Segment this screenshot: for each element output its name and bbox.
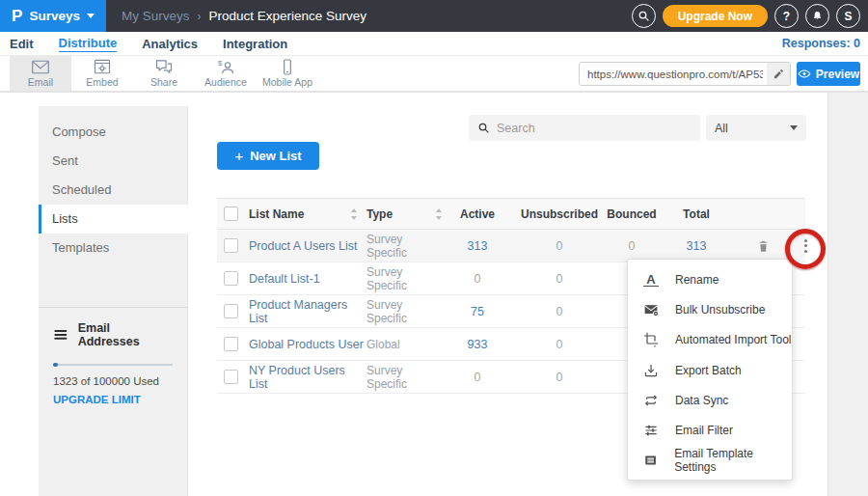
list-type: Global [366, 328, 439, 360]
row-checkbox[interactable] [224, 337, 238, 351]
upgrade-now-button[interactable]: Upgrade Now [663, 5, 768, 27]
help-button[interactable]: ? [774, 4, 799, 28]
row-checkbox[interactable] [224, 304, 238, 318]
bulk-unsubscribe-icon [643, 302, 659, 317]
plus-icon: + [234, 148, 243, 164]
preview-label: Preview [816, 68, 859, 81]
search-button[interactable] [632, 4, 656, 28]
active-count[interactable]: 75 [439, 295, 516, 327]
tab-share-label: Share [150, 76, 177, 88]
unsubscribed-count: 0 [506, 262, 612, 294]
menu-item-rename[interactable]: A Rename [628, 264, 792, 294]
tab-mobile-app[interactable]: Mobile App [257, 56, 318, 91]
delete-list-button[interactable] [749, 230, 776, 262]
row-checkbox[interactable] [224, 370, 238, 384]
email-addresses-title: Email Addresses [78, 321, 173, 348]
upgrade-limit-link[interactable]: UPGRADE LIMIT [53, 394, 173, 405]
surveys-product-menu[interactable]: P Surveys [0, 0, 106, 32]
breadcrumb-current-survey: Product Experience Survey [209, 9, 367, 23]
menu-item-email-filter[interactable]: Email Filter [628, 415, 792, 445]
usage-progress-bar [53, 364, 173, 366]
rename-icon: A [643, 273, 659, 287]
preview-button[interactable]: Preview [797, 62, 860, 86]
search-input[interactable] [497, 122, 680, 135]
table-row[interactable]: Product A Users List Survey Specific 313… [217, 230, 805, 262]
eye-icon [798, 69, 811, 79]
tab-share[interactable]: Share [133, 56, 195, 91]
column-header-type[interactable]: Type [366, 199, 439, 229]
topbar-actions: Upgrade Now ? S [632, 0, 860, 32]
tab-audience[interactable]: $ Audience [195, 56, 257, 91]
row-actions-context-menu: A Rename Bulk Unsubscribe Automated Impo… [627, 259, 793, 481]
nav-item-distribute[interactable]: Distribute [59, 36, 118, 52]
new-list-button[interactable]: + New List [217, 142, 319, 170]
active-count[interactable]: 0 [439, 262, 516, 294]
list-name-link[interactable]: Product Managers List [249, 295, 365, 327]
column-header-unsubscribed[interactable]: Unsubscribed [506, 199, 612, 229]
tab-mobile-app-label: Mobile App [262, 76, 312, 88]
list-name-link[interactable]: Product A Users List [249, 230, 365, 262]
breadcrumb-my-surveys[interactable]: My Surveys [122, 9, 190, 23]
row-checkbox[interactable] [224, 238, 238, 253]
pencil-icon [773, 69, 784, 80]
list-type: Survey Specific [366, 230, 439, 262]
column-header-bounced[interactable]: Bounced [598, 199, 665, 229]
breadcrumb: My Surveys › Product Experience Survey [122, 9, 366, 23]
sidebar-item-scheduled[interactable]: Scheduled [39, 176, 187, 205]
survey-url-field [579, 62, 791, 86]
list-name-link[interactable]: Default List-1 [249, 262, 365, 294]
edit-url-button[interactable] [767, 63, 790, 85]
list-filter-dropdown[interactable]: All [706, 115, 806, 141]
nav-item-analytics[interactable]: Analytics [142, 37, 198, 51]
active-count[interactable]: 933 [439, 328, 516, 360]
automated-import-icon [643, 332, 659, 347]
notifications-button[interactable] [805, 4, 829, 28]
app-screen: P Surveys My Surveys › Product Experienc… [0, 0, 868, 496]
sidebar-item-templates[interactable]: Templates [39, 234, 187, 262]
total-count[interactable]: 313 [663, 230, 730, 262]
responses-count: Responses: 0 [782, 37, 860, 50]
user-avatar[interactable]: S [836, 4, 860, 28]
menu-item-data-sync[interactable]: Data Sync [628, 385, 792, 415]
chevron-down-icon [790, 125, 798, 130]
menu-item-export-batch[interactable]: Export Batch [628, 355, 792, 385]
list-type: Survey Specific [366, 361, 439, 393]
sidebar-item-sent[interactable]: Sent [39, 147, 187, 176]
column-header-total[interactable]: Total [663, 199, 730, 229]
nav-item-edit[interactable]: Edit [10, 37, 34, 51]
tab-embed[interactable]: Embed [71, 56, 133, 91]
survey-nav: Edit Distribute Analytics Integration Re… [0, 32, 868, 56]
list-name-link[interactable]: NY Product Users List [249, 361, 365, 393]
menu-item-automated-import-tool[interactable]: Automated Import Tool [628, 325, 792, 355]
menu-item-bulk-unsubscribe[interactable]: Bulk Unsubscribe [628, 294, 792, 324]
menu-item-email-template-settings[interactable]: Email Template Settings [628, 446, 792, 476]
column-header-active[interactable]: Active [439, 199, 516, 229]
email-addresses-section: Email Addresses 1323 of 100000 Used UPGR… [39, 308, 187, 405]
audience-icon: $ [216, 59, 235, 75]
list-name-link[interactable]: Global Products User [249, 328, 365, 360]
active-count[interactable]: 0 [439, 361, 516, 393]
email-sidebar: Compose Sent Scheduled Lists Templates E… [39, 106, 188, 496]
distribute-toolbar: Email Embed Share $ Audience Mobile App [0, 56, 868, 93]
tab-embed-label: Embed [86, 76, 118, 88]
nav-item-integration[interactable]: Integration [223, 37, 287, 51]
unsubscribed-count: 0 [506, 230, 612, 262]
row-checkbox[interactable] [224, 271, 238, 286]
menu-item-label: Automated Import Tool [675, 333, 792, 346]
column-header-list-name[interactable]: List Name [249, 199, 365, 229]
unsubscribed-count: 0 [506, 328, 612, 360]
email-icon [31, 59, 50, 75]
annotation-highlight-circle [785, 229, 826, 269]
survey-url-input[interactable] [580, 69, 767, 80]
right-gutter [827, 93, 868, 496]
unsubscribed-count: 0 [506, 361, 612, 393]
sort-icon[interactable] [350, 199, 362, 229]
sidebar-item-compose[interactable]: Compose [39, 118, 187, 147]
sidebar-item-lists[interactable]: Lists [39, 205, 188, 234]
tab-email[interactable]: Email [10, 56, 71, 91]
active-count[interactable]: 313 [439, 230, 516, 262]
top-bar: P Surveys My Surveys › Product Experienc… [0, 0, 868, 32]
tab-email-label: Email [28, 76, 53, 88]
tab-audience-label: Audience [204, 76, 247, 88]
select-all-checkbox[interactable] [224, 207, 238, 221]
